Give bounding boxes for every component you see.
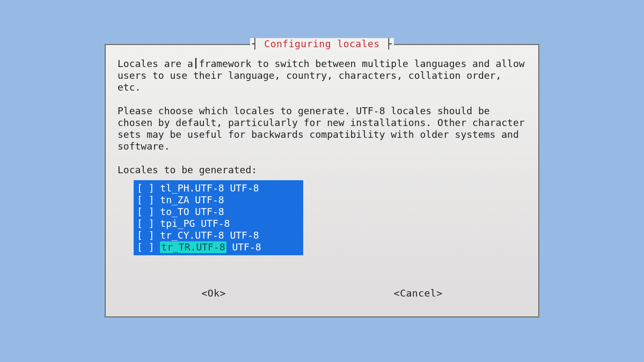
dialog-title-text: ┤ Configuring locales ├: [250, 38, 394, 50]
locale-list[interactable]: [ ] tl_PH.UTF-8 UTF-8[ ] tn_ZA UTF-8[ ] …: [134, 180, 303, 255]
cancel-button[interactable]: <Cancel>: [391, 287, 446, 299]
intro-paragraph-1: Locales are a framework to switch betwee…: [118, 58, 526, 93]
intro-paragraph-2: Please choose which locales to generate.…: [118, 105, 526, 152]
locale-config-dialog: ┤ Configuring locales ├ Locales are a fr…: [105, 44, 539, 317]
dialog-title-label: Configuring locales: [264, 38, 379, 49]
locale-item[interactable]: [ ] tr_TR.UTF-8 UTF-8: [137, 241, 300, 253]
dialog-title-bar: ┤ Configuring locales ├: [106, 38, 538, 50]
text-cursor: [195, 58, 196, 69]
dialog-content: Locales are a framework to switch betwee…: [118, 58, 526, 255]
locale-item[interactable]: [ ] tn_ZA UTF-8: [137, 194, 300, 206]
locale-highlight: tr_TR.UTF-8: [160, 241, 226, 253]
locale-item[interactable]: [ ] tl_PH.UTF-8 UTF-8: [137, 182, 300, 194]
ok-button[interactable]: <Ok>: [198, 287, 229, 299]
locale-item[interactable]: [ ] to_TO UTF-8: [137, 206, 300, 218]
dialog-button-row: <Ok> <Cancel>: [118, 287, 526, 299]
locale-item[interactable]: [ ] tpi_PG UTF-8: [137, 218, 300, 230]
list-label: Locales to be generated:: [118, 164, 526, 176]
locale-item[interactable]: [ ] tr_CY.UTF-8 UTF-8: [137, 230, 300, 241]
